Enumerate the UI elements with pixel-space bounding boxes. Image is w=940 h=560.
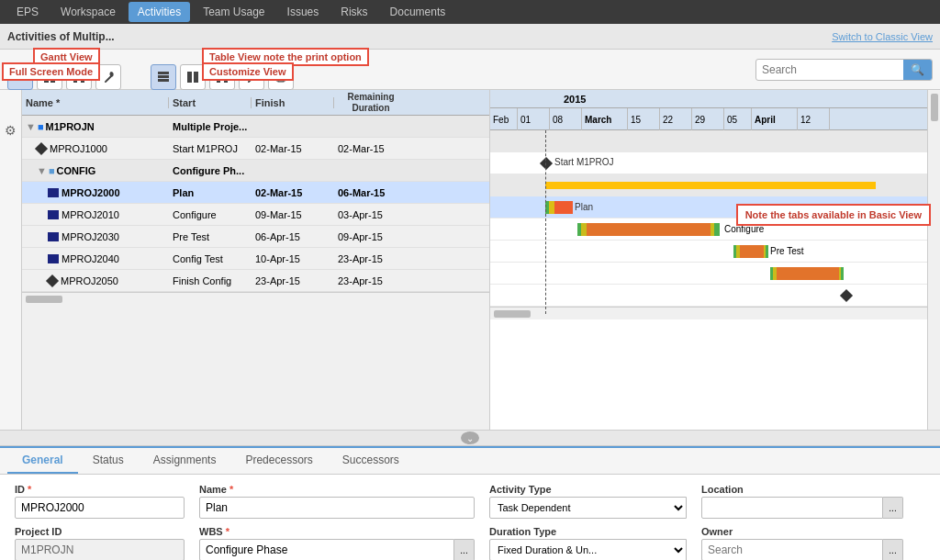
table-scrollbar[interactable] bbox=[22, 292, 489, 305]
collapse-icon: ⌄ bbox=[461, 431, 479, 444]
svg-rect-11 bbox=[278, 72, 284, 75]
gantt-month-feb: Feb bbox=[490, 108, 518, 130]
table-header: Name * Start Finish RemainingDuration bbox=[22, 90, 489, 116]
gantt-month-08: 08 bbox=[550, 108, 582, 130]
svg-rect-3 bbox=[44, 72, 49, 83]
tab-successors[interactable]: Successors bbox=[328, 448, 414, 474]
row-start-6: 10-Apr-15 bbox=[252, 253, 334, 264]
id-input[interactable] bbox=[15, 497, 185, 519]
gantt-label-pretest: Pre Test bbox=[770, 246, 804, 256]
gantt-label-1: Start M1PROJ bbox=[554, 157, 613, 167]
switch-classic-button[interactable]: Switch to Classic View bbox=[832, 31, 933, 42]
gantt-month-29: 29 bbox=[692, 108, 724, 130]
wbs-input[interactable] bbox=[199, 539, 454, 560]
nav-activities[interactable]: Activities bbox=[129, 2, 190, 22]
row-id-5: MPROJ2030 bbox=[62, 231, 119, 242]
row-id-7: MPROJ2050 bbox=[61, 275, 118, 286]
print-button[interactable] bbox=[268, 64, 294, 90]
gantt-label-configure: Configure bbox=[724, 224, 764, 234]
settings-gear-icon[interactable]: ⚙ bbox=[5, 123, 17, 138]
nav-team-usage[interactable]: Team Usage bbox=[194, 2, 274, 22]
row-finish-3: 06-Mar-15 bbox=[334, 187, 408, 198]
row-name-0: Multiple Proje... bbox=[169, 121, 252, 132]
location-input[interactable] bbox=[701, 497, 883, 519]
main-content: ⚙ Name * Start Finish RemainingDuration … bbox=[0, 90, 940, 430]
gantt-header: 2015 Feb 01 08 March 15 22 29 05 April 1… bbox=[490, 90, 940, 130]
nav-risks[interactable]: Risks bbox=[331, 2, 376, 22]
owner-browse-button[interactable]: ... bbox=[883, 539, 903, 560]
fullscreen-button[interactable] bbox=[66, 64, 92, 90]
table-row[interactable]: MPROJ2050 Finish Config 23-Apr-15 23-Apr… bbox=[22, 270, 489, 292]
table-row[interactable]: ▼ ■ M1PROJN Multiple Proje... bbox=[22, 116, 489, 138]
nav-issues[interactable]: Issues bbox=[278, 2, 329, 22]
top-navigation: EPS Workspace Activities Team Usage Issu… bbox=[0, 0, 940, 24]
gantt-month-march: March bbox=[582, 108, 628, 130]
tab-predecessors[interactable]: Predecessors bbox=[230, 448, 327, 474]
row-start-1: 02-Mar-15 bbox=[252, 143, 334, 154]
table-toolbar-group bbox=[151, 64, 294, 90]
tab-assignments[interactable]: Assignments bbox=[139, 448, 231, 474]
table-row-selected[interactable]: MPROJ2000 Plan 02-Mar-15 06-Mar-15 bbox=[22, 182, 489, 204]
bottom-panel: General Status Assignments Predecessors … bbox=[0, 446, 940, 560]
nav-documents[interactable]: Documents bbox=[381, 2, 455, 22]
gantt-right-scroll-thumb bbox=[931, 94, 938, 121]
col-header-name: Name * bbox=[22, 97, 169, 108]
search-input[interactable] bbox=[756, 62, 903, 78]
tab-general[interactable]: General bbox=[7, 448, 78, 474]
gantt-month-15: 15 bbox=[628, 108, 660, 130]
owner-wrapper: ... bbox=[701, 539, 903, 560]
table-row[interactable]: MPROJ2040 Config Test 10-Apr-15 23-Apr-1… bbox=[22, 248, 489, 270]
gantt-right-scrollbar[interactable] bbox=[927, 90, 940, 430]
row-finish-7: 23-Apr-15 bbox=[334, 275, 408, 286]
row-name-5: Pre Test bbox=[169, 231, 252, 242]
duration-type-label: Duration Type bbox=[489, 526, 687, 537]
gantt-month-05: 05 bbox=[724, 108, 752, 130]
gantt-row-7 bbox=[490, 285, 940, 307]
columns2-button[interactable] bbox=[180, 64, 206, 90]
nav-eps[interactable]: EPS bbox=[7, 2, 48, 22]
search-button[interactable]: 🔍 bbox=[903, 60, 932, 80]
form-area: ID * Name * Activity Type Task Dependent… bbox=[0, 475, 940, 560]
row-name-6: Config Test bbox=[169, 253, 252, 264]
table-row[interactable]: MPROJ2010 Configure 09-Mar-15 03-Apr-15 bbox=[22, 204, 489, 226]
toolbar-container: Gantt View Table View note the print opt… bbox=[0, 50, 940, 90]
breadcrumb-title: Activities of Multip... bbox=[7, 30, 115, 43]
row-id-6: MPROJ2040 bbox=[62, 253, 119, 264]
gantt-table-button[interactable] bbox=[7, 64, 33, 90]
table-row[interactable]: ▼ ■ CONFIG Configure Ph... bbox=[22, 160, 489, 182]
activity-type-select[interactable]: Task Dependent bbox=[489, 497, 687, 519]
fullscreen2-button[interactable] bbox=[209, 64, 235, 90]
name-input[interactable] bbox=[199, 497, 475, 519]
gantt-bar-config bbox=[545, 182, 876, 189]
wrench-button[interactable] bbox=[95, 64, 121, 90]
row-name-4: Configure bbox=[169, 209, 252, 220]
duration-type-select[interactable]: Fixed Duration & Un... bbox=[489, 539, 687, 560]
table-view-button[interactable] bbox=[151, 64, 176, 90]
scroll-thumb bbox=[26, 296, 62, 303]
row-id-3: MPROJ2000 bbox=[62, 187, 120, 198]
col-header-start: Start bbox=[169, 97, 252, 108]
gantt-scrollbar[interactable] bbox=[490, 307, 940, 319]
form-group-owner: Owner ... bbox=[701, 526, 903, 560]
gantt-area: 2015 Feb 01 08 March 15 22 29 05 April 1… bbox=[490, 90, 940, 430]
tab-status[interactable]: Status bbox=[78, 448, 139, 474]
nav-workspace[interactable]: Workspace bbox=[51, 2, 125, 22]
owner-input[interactable] bbox=[701, 539, 883, 560]
row-id-1: MPROJ1000 bbox=[50, 143, 107, 154]
table-row[interactable]: MPROJ1000 Start M1PROJ 02-Mar-15 02-Mar-… bbox=[22, 138, 489, 160]
table-row[interactable]: MPROJ2030 Pre Test 06-Apr-15 09-Apr-15 bbox=[22, 226, 489, 248]
svg-rect-9 bbox=[194, 72, 198, 83]
tabs-bar: General Status Assignments Predecessors … bbox=[0, 448, 940, 475]
columns-button[interactable] bbox=[37, 64, 62, 90]
project-id-input[interactable] bbox=[15, 539, 185, 560]
wbs-browse-button[interactable]: ... bbox=[454, 539, 475, 560]
wrench2-button[interactable] bbox=[239, 64, 264, 90]
collapse-panel-button[interactable]: ⌄ bbox=[0, 430, 940, 446]
col-header-finish: Finish bbox=[252, 97, 334, 108]
location-label: Location bbox=[701, 484, 903, 495]
form-group-project-id: Project ID bbox=[15, 526, 185, 560]
gantt-month-12: 12 bbox=[798, 108, 830, 130]
activity-type-wrapper: Task Dependent bbox=[489, 497, 687, 519]
location-browse-button[interactable]: ... bbox=[883, 497, 903, 519]
id-label: ID * bbox=[15, 484, 185, 495]
